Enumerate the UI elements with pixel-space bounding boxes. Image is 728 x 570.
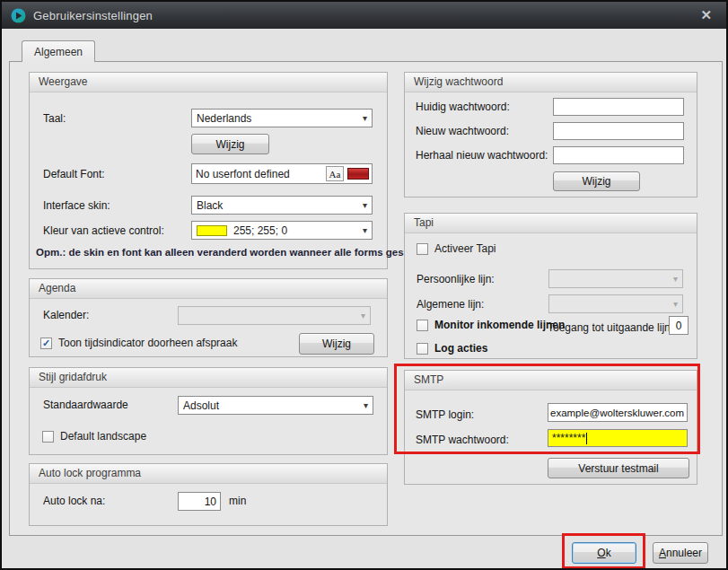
kleur-select[interactable]: 255; 255; 0 ▾ — [191, 221, 373, 240]
verstuur-testmail-button[interactable]: Verstuur testmail — [548, 458, 689, 478]
herhaal-wachtwoord-input[interactable] — [553, 146, 684, 164]
auto-lock-label: Auto lock na: — [43, 495, 105, 507]
activeer-tapi-checkbox[interactable]: Activeer Tapi — [417, 242, 496, 255]
interface-skin-selected-value: Black — [197, 199, 223, 212]
chevron-down-icon: ▾ — [673, 275, 678, 284]
smtp-wachtwoord-value: ******** — [552, 432, 585, 444]
kleur-label: Kleur van actieve control: — [43, 224, 164, 237]
close-icon[interactable]: ✕ — [695, 7, 717, 23]
default-landscape-checkbox[interactable]: Default landscape — [42, 430, 146, 443]
interface-skin-select[interactable]: Black ▾ — [191, 196, 373, 215]
window-title: Gebruikersinstellingen — [33, 9, 153, 22]
nieuw-wachtwoord-input[interactable] — [553, 122, 684, 140]
monitor-inkomende-label: Monitor inkomende lijnen — [434, 319, 565, 331]
group-smtp-title: SMTP — [405, 371, 697, 390]
group-wijzig-wachtwoord: Wijzig wachtwoord Huidig wachtwoord: Nie… — [404, 72, 697, 197]
chevron-down-icon: ▾ — [363, 226, 367, 235]
group-agenda: Agenda Kalender: ▾ ✓ Toon tijdsindicator… — [29, 278, 388, 357]
group-tapi-title: Tapi — [405, 214, 697, 233]
default-font-field[interactable]: No userfont defined Aa — [191, 163, 373, 184]
default-landscape-label: Default landscape — [60, 430, 146, 443]
default-font-label: Default Font: — [43, 168, 105, 180]
tab-algemeen[interactable]: Algemeen — [22, 40, 95, 62]
toon-tijdsindicator-label: Toon tijdsindicator doorheen afspraak — [58, 337, 237, 349]
toegang-uitgaande-label: Toegang tot uitgaande lijn — [548, 321, 671, 334]
ok-button[interactable]: Ok — [572, 542, 636, 564]
chevron-down-icon: ▾ — [364, 401, 368, 410]
taal-selected-value: Nederlands — [197, 112, 251, 125]
log-acties-label: Log acties — [434, 342, 487, 355]
checkbox-unchecked-icon — [417, 320, 428, 331]
checkbox-checked-icon: ✓ — [40, 338, 52, 349]
auto-lock-unit: min — [229, 495, 246, 507]
standaardwaarde-select[interactable]: Adsolut ▾ — [178, 396, 373, 415]
auto-lock-input[interactable] — [178, 492, 221, 511]
group-smtp: SMTP SMTP login: SMTP wachtwoord: ******… — [404, 370, 697, 485]
huidig-wachtwoord-label: Huidig wachtwoord: — [416, 101, 510, 113]
algemene-lijn-select: ▾ — [548, 294, 683, 313]
font-color-swatch[interactable] — [347, 168, 369, 180]
smtp-login-input[interactable] — [548, 403, 688, 422]
standaardwaarde-label: Standaardwaarde — [43, 399, 128, 411]
kleur-selected-value: 255; 255; 0 — [233, 224, 287, 237]
group-wachtwoord-title: Wijzig wachtwoord — [405, 73, 697, 92]
checkbox-unchecked-icon — [42, 431, 54, 443]
chevron-down-icon: ▾ — [363, 201, 367, 210]
kalender-select: ▾ — [178, 306, 371, 325]
taal-select[interactable]: Nederlands ▾ — [191, 109, 373, 127]
interface-skin-label: Interface skin: — [43, 199, 110, 212]
text-cursor — [586, 433, 587, 444]
group-weergave: Weergave Taal: Nederlands ▾ Wijzig Defau… — [29, 72, 388, 269]
smtp-wachtwoord-input[interactable]: ******** — [548, 429, 688, 447]
standaardwaarde-selected-value: Adsolut — [183, 399, 219, 412]
annuleer-button[interactable]: Annuleer — [653, 542, 708, 564]
toegang-uitgaande-input[interactable] — [669, 316, 689, 335]
group-weergave-title: Weergave — [30, 73, 387, 92]
group-stijl-title: Stijl gridafdruk — [30, 368, 387, 388]
group-stijl-gridafdruk: Stijl gridafdruk Standaardwaarde Adsolut… — [29, 367, 388, 455]
persoonlijke-lijn-select: ▾ — [548, 269, 683, 288]
algemene-lijn-label: Algemene lijn: — [417, 298, 484, 311]
group-tapi: Tapi Activeer Tapi Persoonlijke lijn: ▾ … — [404, 213, 697, 359]
group-auto-lock: Auto lock programma Auto lock na: min — [29, 463, 388, 526]
default-font-value: No userfont defined — [196, 168, 326, 180]
toon-tijdsindicator-checkbox[interactable]: ✓ Toon tijdsindicator doorheen afspraak — [40, 337, 237, 349]
group-agenda-title: Agenda — [30, 279, 387, 299]
taal-label: Taal: — [43, 112, 66, 125]
nieuw-wachtwoord-label: Nieuw wachtwoord: — [416, 125, 509, 137]
chevron-down-icon: ▾ — [673, 300, 678, 309]
title-bar[interactable]: Gebruikersinstellingen ✕ — [2, 2, 726, 29]
agenda-wijzig-button[interactable]: Wijzig — [299, 333, 374, 355]
active-color-swatch — [197, 225, 227, 236]
dialog-gebruikersinstellingen: Gebruikersinstellingen ✕ Algemeen Weerga… — [0, 0, 728, 570]
wachtwoord-wijzig-button[interactable]: Wijzig — [553, 171, 640, 191]
persoonlijke-lijn-label: Persoonlijke lijn: — [417, 273, 495, 285]
group-auto-lock-title: Auto lock programma — [30, 464, 387, 484]
huidig-wachtwoord-input[interactable] — [553, 98, 684, 116]
chevron-down-icon: ▾ — [361, 311, 365, 320]
font-picker-icon[interactable]: Aa — [326, 166, 344, 181]
weergave-wijzig-button[interactable]: Wijzig — [191, 134, 269, 154]
herhaal-wachtwoord-label: Herhaal nieuw wachtwoord: — [416, 149, 548, 162]
kalender-label: Kalender: — [43, 309, 89, 321]
skin-font-note: Opm.: de skin en font kan alleen verande… — [36, 247, 428, 258]
app-icon — [11, 8, 26, 23]
smtp-wachtwoord-label: SMTP wachtwoord: — [416, 434, 509, 446]
log-acties-checkbox[interactable]: Log acties — [417, 342, 487, 355]
monitor-inkomende-checkbox[interactable]: Monitor inkomende lijnen — [417, 319, 565, 331]
chevron-down-icon: ▾ — [363, 114, 367, 123]
checkbox-unchecked-icon — [417, 243, 428, 255]
smtp-login-label: SMTP login: — [416, 408, 474, 421]
checkbox-unchecked-icon — [417, 343, 428, 355]
activeer-tapi-label: Activeer Tapi — [434, 242, 496, 255]
